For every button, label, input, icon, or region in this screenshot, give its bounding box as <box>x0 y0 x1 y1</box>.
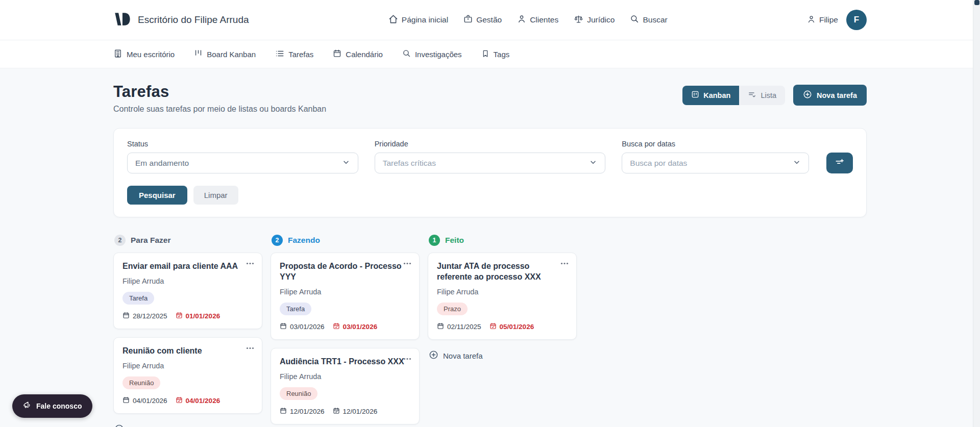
calendar-icon <box>280 322 287 331</box>
column-title: Feito <box>445 236 464 245</box>
card-menu-button[interactable] <box>244 341 256 353</box>
nav-label: Clientes <box>530 15 558 24</box>
briefcase-icon <box>463 14 473 26</box>
nav-buscar[interactable]: Buscar <box>630 14 667 26</box>
card-due-date: 04/01/2026 <box>176 396 220 405</box>
card-due-date: 03/01/2026 <box>333 322 378 331</box>
toggle-lista-button[interactable]: Lista <box>739 86 785 105</box>
tab-label: Board Kanban <box>207 50 256 59</box>
card-menu-button[interactable] <box>401 352 413 364</box>
page-scrollbar[interactable] <box>973 0 980 427</box>
tab-investigacoes[interactable]: Investigações <box>402 49 462 59</box>
new-task-button[interactable]: Nova tarefa <box>793 85 867 106</box>
person-icon <box>807 15 816 26</box>
nav-label: Jurídico <box>587 15 615 24</box>
priority-label: Prioridade <box>375 140 606 148</box>
calendar-check-icon <box>333 407 340 416</box>
calendar-check-icon <box>176 312 183 320</box>
add-task-button[interactable]: Nova tarefa <box>428 348 484 363</box>
search-button[interactable]: Pesquisar <box>127 186 187 205</box>
plus-circle-icon <box>429 350 438 361</box>
home-icon <box>388 14 398 26</box>
tab-tags[interactable]: Tags <box>481 49 510 59</box>
advanced-filters-button[interactable] <box>826 153 853 173</box>
task-card[interactable]: Audiência TRT1 - Processo XXX Filipe Arr… <box>271 348 420 424</box>
avatar[interactable]: F <box>846 10 867 30</box>
task-card[interactable]: Reunião com cliente Filipe Arruda Reuniã… <box>113 337 262 414</box>
add-task-button[interactable]: Nova tarefa <box>113 422 169 427</box>
card-menu-button[interactable] <box>244 257 256 268</box>
tab-label: Calendário <box>346 50 383 59</box>
add-task-label: Nova tarefa <box>443 351 483 360</box>
building-icon <box>113 49 122 60</box>
chat-button[interactable]: Fale conosco <box>12 394 92 418</box>
column-count-badge: 2 <box>114 235 126 246</box>
card-title: Juntar ATA de processo referente ao proc… <box>437 261 568 282</box>
tab-label: Tags <box>494 50 510 59</box>
kanban-icon <box>194 49 203 59</box>
person-icon <box>517 14 526 26</box>
toggle-kanban-button[interactable]: Kanban <box>682 86 739 105</box>
card-title: Proposta de Acordo - Processo YYY <box>280 261 410 282</box>
list-icon <box>275 49 284 60</box>
chevron-down-icon <box>793 158 801 168</box>
column-title: Fazendo <box>288 236 320 245</box>
calendar-check-icon <box>489 322 497 331</box>
card-start-date: 28/12/2025 <box>122 312 167 320</box>
card-tag: Reunião <box>280 387 317 400</box>
calendar-icon <box>122 312 130 320</box>
search-icon <box>630 14 639 26</box>
nav-pagina-inicial[interactable]: Página inicial <box>388 14 448 26</box>
tab-calendario[interactable]: Calendário <box>333 49 383 59</box>
view-toggle: Kanban Lista <box>682 86 785 105</box>
nav-juridico[interactable]: Jurídico <box>574 14 615 26</box>
card-tag: Reunião <box>122 376 160 389</box>
card-menu-button[interactable] <box>558 257 571 268</box>
task-card[interactable]: Juntar ATA de processo referente ao proc… <box>428 253 577 340</box>
card-title: Audiência TRT1 - Processo XXX <box>280 356 410 367</box>
tab-tarefas[interactable]: Tarefas <box>275 49 313 60</box>
card-assignee: Filipe Arruda <box>122 362 253 370</box>
megaphone-icon <box>23 401 32 411</box>
calendar-icon <box>280 407 287 416</box>
top-bar: Escritório do Filipe Arruda Página inici… <box>0 0 980 40</box>
brand-logo-icon <box>113 12 131 29</box>
task-card[interactable]: Enviar email para cliente AAA Filipe Arr… <box>113 253 262 329</box>
task-card[interactable]: Proposta de Acordo - Processo YYY Filipe… <box>271 253 420 340</box>
priority-placeholder: Tarefas críticas <box>383 159 436 168</box>
calendar-check-icon <box>176 396 183 405</box>
new-task-label: Nova tarefa <box>817 91 857 99</box>
scrollbar-thumb[interactable] <box>974 0 979 5</box>
chat-label: Fale conosco <box>36 402 82 410</box>
card-due-date: 01/01/2026 <box>176 312 220 320</box>
card-menu-button[interactable] <box>401 257 413 268</box>
card-tag: Tarefa <box>280 303 311 315</box>
kanban-board: 2 Para Fazer Enviar email para cliente A… <box>113 235 867 427</box>
user-name: Filipe <box>819 15 838 24</box>
page-head-text: Tarefas Controle suas tarefas por meio d… <box>113 83 326 114</box>
page-subtitle: Controle suas tarefas por meio de listas… <box>113 105 326 114</box>
tab-meu-escritorio[interactable]: Meu escritório <box>113 49 175 60</box>
nav-clientes[interactable]: Clientes <box>517 14 558 26</box>
nav-gestao[interactable]: Gestão <box>463 14 502 26</box>
card-start-date: 12/01/2026 <box>280 407 325 416</box>
brand[interactable]: Escritório do Filipe Arruda <box>113 12 249 29</box>
search-icon <box>402 49 411 59</box>
column-para-fazer: 2 Para Fazer Enviar email para cliente A… <box>113 235 262 427</box>
card-assignee: Filipe Arruda <box>280 372 410 381</box>
plus-circle-icon <box>803 90 812 101</box>
priority-select[interactable]: Tarefas críticas <box>375 153 606 173</box>
nav-label: Gestão <box>476 15 502 24</box>
scales-icon <box>574 14 583 26</box>
page-title: Tarefas <box>113 83 326 101</box>
card-start-date: 02/11/2025 <box>437 322 481 331</box>
card-due-date: 05/01/2026 <box>489 322 534 331</box>
clear-button[interactable]: Limpar <box>193 186 238 205</box>
user-menu[interactable]: Filipe <box>807 15 838 26</box>
status-select[interactable]: Em andamento <box>127 153 358 173</box>
dates-placeholder: Busca por datas <box>630 159 687 168</box>
kanban-icon <box>691 90 699 100</box>
tab-board-kanban[interactable]: Board Kanban <box>194 49 256 59</box>
tab-label: Tarefas <box>288 50 313 59</box>
dates-select[interactable]: Busca por datas <box>622 153 809 173</box>
